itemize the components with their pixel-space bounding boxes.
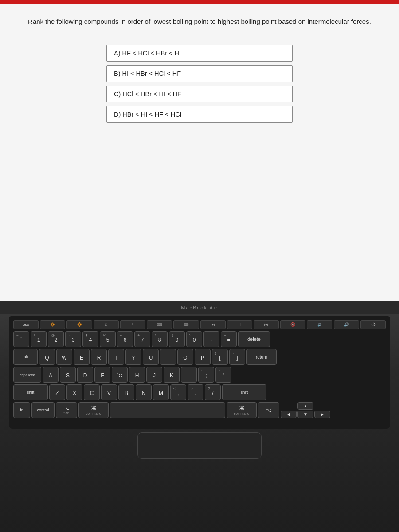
- key-equals[interactable]: +=: [221, 331, 237, 347]
- key-f8[interactable]: ⏸: [227, 320, 252, 329]
- choice-c[interactable]: C) HCl < HBr < HI < HF: [106, 86, 293, 102]
- key-arrow-down[interactable]: ▼: [297, 411, 313, 418]
- key-slash[interactable]: ?/: [205, 384, 221, 400]
- key-t[interactable]: T: [108, 349, 124, 365]
- laptop-body: MacBook Air esc 🔅 🔆 ⊞ ⠿ ⌨ ⌨ ⏮ ⏸ ⏭ 🔇 🔉 🔊 …: [0, 301, 399, 532]
- key-f10[interactable]: 🔇: [280, 320, 305, 329]
- key-backtick[interactable]: ~`: [13, 331, 29, 347]
- key-tab[interactable]: tab: [13, 349, 38, 365]
- key-4[interactable]: $4: [82, 331, 98, 347]
- key-r[interactable]: R: [91, 349, 107, 365]
- key-x[interactable]: X: [66, 384, 82, 400]
- choice-b[interactable]: B) HI < HBr < HCl < HF: [106, 65, 293, 82]
- key-period[interactable]: >.: [188, 384, 203, 400]
- key-command-right[interactable]: ⌘ command: [227, 402, 257, 418]
- key-m[interactable]: M: [153, 384, 169, 400]
- key-f4[interactable]: ⠿: [120, 320, 145, 329]
- key-shift-right[interactable]: shift: [222, 384, 266, 400]
- key-q[interactable]: Q: [39, 349, 55, 365]
- key-f1[interactable]: 🔅: [40, 320, 65, 329]
- key-f2[interactable]: 🔆: [66, 320, 92, 329]
- key-z[interactable]: Z: [49, 384, 65, 400]
- key-control-left[interactable]: control: [31, 402, 55, 418]
- key-minus[interactable]: _-: [203, 331, 219, 347]
- key-n[interactable]: N: [136, 384, 152, 400]
- key-a[interactable]: A: [43, 367, 59, 383]
- key-f11[interactable]: 🔉: [307, 320, 332, 329]
- key-v[interactable]: V: [101, 384, 117, 400]
- key-6[interactable]: ^6: [117, 331, 133, 347]
- choice-a[interactable]: A) HF < HCl < HBr < HI: [106, 45, 293, 62]
- key-s[interactable]: S: [60, 367, 76, 383]
- key-caps-lock[interactable]: caps lock: [13, 367, 41, 383]
- key-9[interactable]: (9: [169, 331, 185, 347]
- key-2[interactable]: @2: [48, 331, 64, 347]
- bottom-row: fn control ⌥ tion ⌘ command ⌘ command ⌥ …: [13, 402, 386, 418]
- key-spacebar[interactable]: [110, 402, 225, 418]
- key-i[interactable]: I: [160, 349, 176, 365]
- key-f12[interactable]: 🔊: [334, 320, 359, 329]
- key-escape[interactable]: esc: [13, 320, 39, 329]
- key-5[interactable]: %5: [100, 331, 116, 347]
- key-1[interactable]: !1: [31, 331, 47, 347]
- key-d[interactable]: D: [77, 367, 93, 383]
- key-semicolon[interactable]: :;: [198, 367, 214, 383]
- number-row: ~` !1 @2 #3 $4 %5 ^6 &7 *8 (9 )0 _- += d…: [13, 331, 386, 347]
- key-shift-left[interactable]: shift: [13, 384, 48, 400]
- question-title: Rank the following compounds in order of…: [28, 17, 371, 27]
- key-bracket-right[interactable]: }]: [229, 349, 245, 365]
- laptop-screen: Rank the following compounds in order of…: [0, 0, 399, 301]
- key-fn[interactable]: fn: [13, 402, 30, 418]
- key-f9[interactable]: ⏭: [254, 320, 279, 329]
- key-option-left[interactable]: ⌥ tion: [56, 402, 77, 418]
- keyboard: esc 🔅 🔆 ⊞ ⠿ ⌨ ⌨ ⏮ ⏸ ⏭ 🔇 🔉 🔊 ⏻ ~` !1 @2 #…: [9, 316, 390, 429]
- key-f[interactable]: F: [94, 367, 110, 383]
- key-arrow-up[interactable]: ▲: [297, 402, 313, 410]
- key-bracket-left[interactable]: {[: [212, 349, 228, 365]
- key-power[interactable]: ⏻: [360, 320, 386, 329]
- key-backspace[interactable]: delete: [238, 331, 270, 347]
- key-f5[interactable]: ⌨: [147, 320, 172, 329]
- key-8[interactable]: *8: [152, 331, 168, 347]
- key-option-right[interactable]: ⌥: [258, 402, 279, 418]
- key-h[interactable]: H: [129, 367, 145, 383]
- key-comma[interactable]: <,: [170, 384, 186, 400]
- red-top-bar: [0, 0, 399, 4]
- function-key-row: esc 🔅 🔆 ⊞ ⠿ ⌨ ⌨ ⏮ ⏸ ⏭ 🔇 🔉 🔊 ⏻: [13, 320, 386, 329]
- key-k[interactable]: K: [164, 367, 180, 383]
- key-3[interactable]: #3: [65, 331, 81, 347]
- qwerty-row: tab Q W E R T Y U I O P {[ }] return: [13, 349, 386, 365]
- key-o[interactable]: O: [177, 349, 193, 365]
- zxcv-row: shift Z X C V B N M <, >. ?/ shift: [13, 384, 386, 400]
- key-u[interactable]: U: [143, 349, 159, 365]
- arrow-key-group: ▲ ◀ ▼ ▶: [281, 402, 330, 418]
- macbook-label: MacBook Air: [0, 301, 399, 314]
- key-l[interactable]: L: [181, 367, 197, 383]
- key-f7[interactable]: ⏮: [200, 320, 226, 329]
- key-p[interactable]: P: [195, 349, 211, 365]
- trackpad[interactable]: [137, 432, 262, 459]
- key-return[interactable]: return: [246, 349, 277, 365]
- key-quote[interactable]: "': [215, 367, 231, 383]
- key-e[interactable]: E: [74, 349, 90, 365]
- key-c[interactable]: C: [84, 384, 100, 400]
- key-0[interactable]: )0: [186, 331, 202, 347]
- key-command-left[interactable]: ⌘ command: [78, 402, 109, 418]
- key-b[interactable]: B: [118, 384, 134, 400]
- key-f3[interactable]: ⊞: [94, 320, 119, 329]
- key-g[interactable]: `G: [112, 367, 128, 383]
- question-area: Rank the following compounds in order of…: [0, 4, 399, 301]
- key-arrow-right[interactable]: ▶: [314, 411, 330, 418]
- brand-text: MacBook Air: [181, 305, 218, 310]
- answer-choices: A) HF < HCl < HBr < HI B) HI < HBr < HCl…: [106, 45, 293, 123]
- key-f6[interactable]: ⌨: [173, 320, 199, 329]
- key-arrow-left[interactable]: ◀: [281, 411, 297, 418]
- key-j[interactable]: J: [146, 367, 162, 383]
- key-y[interactable]: Y: [125, 349, 141, 365]
- key-7[interactable]: &7: [134, 331, 150, 347]
- key-w[interactable]: W: [56, 349, 72, 365]
- asdf-row: caps lock A S D F `G H J K L :; "': [13, 367, 386, 383]
- choice-d[interactable]: D) HBr < HI < HF < HCl: [106, 106, 293, 123]
